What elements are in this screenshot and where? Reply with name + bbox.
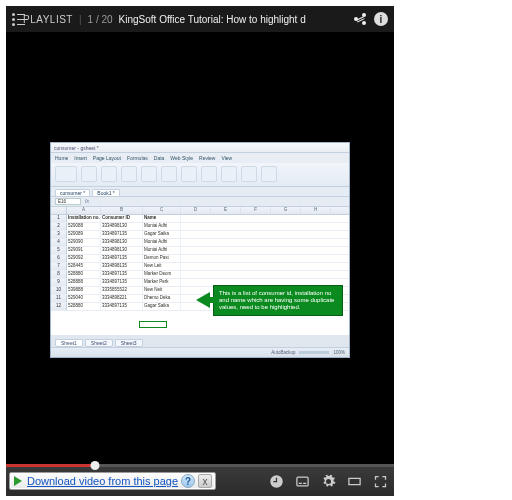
cell: 528880 xyxy=(67,303,101,310)
svg-rect-1 xyxy=(298,483,301,484)
progress-knob[interactable] xyxy=(91,461,100,470)
document-tabs: consumer * Book1 * xyxy=(51,187,349,197)
settings-icon[interactable] xyxy=(320,474,336,490)
playlist-topbar: PLAYLIST | 1 / 20 KingSoft Office Tutori… xyxy=(6,6,394,32)
col-header: B xyxy=(101,207,143,214)
col-header: C xyxy=(143,207,181,214)
theater-icon[interactable] xyxy=(346,474,362,490)
cell: 539888 xyxy=(67,287,101,294)
table-row: 45290903334898130Moniai Adhi xyxy=(51,239,349,247)
share-icon[interactable] xyxy=(354,12,368,26)
col-header: H xyxy=(301,207,331,214)
playlist-icon[interactable] xyxy=(12,13,17,26)
progress-track[interactable] xyxy=(6,464,394,467)
zoom-value: 100% xyxy=(333,350,345,355)
col-header: D xyxy=(181,207,211,214)
name-box: E16 xyxy=(55,198,81,205)
cell: 528880 xyxy=(67,271,101,278)
sheet-tab: Sheet2 xyxy=(85,339,113,347)
sheet-tab: Sheet3 xyxy=(115,339,143,347)
col-header: G xyxy=(271,207,301,214)
cell: Demon Past xyxy=(143,255,181,262)
cell: 528888 xyxy=(67,279,101,286)
ribbon-button xyxy=(161,166,177,182)
status-bar: AutoBackup 100% xyxy=(51,347,349,357)
callout-text: This is a list of consumer id, installat… xyxy=(219,290,334,310)
ribbon-button xyxy=(241,166,257,182)
paste-button xyxy=(55,166,77,182)
fx-icon: fx xyxy=(85,198,89,204)
menu-tabs: Home Insert Page Layout Formulas Data We… xyxy=(51,153,349,161)
spreadsheet-screenshot: consumer - gsheet * Home Insert Page Lay… xyxy=(50,142,350,358)
cell: 3335855522 xyxy=(101,287,143,294)
ribbon-button xyxy=(121,166,137,182)
svg-rect-0 xyxy=(296,477,307,486)
sheet-tab: Sheet1 xyxy=(55,339,83,347)
cell: 529091 xyxy=(67,247,101,254)
cell: 529088 xyxy=(67,223,101,230)
menu-item: Insert xyxy=(74,155,87,161)
doc-tab: consumer * xyxy=(55,189,90,196)
cell: 3334898221 xyxy=(101,295,143,302)
cell: 529040 xyxy=(67,295,101,302)
ribbon-button xyxy=(201,166,217,182)
video-stage[interactable]: consumer - gsheet * Home Insert Page Lay… xyxy=(6,32,394,467)
table-row: 65290923334897135Demon Past xyxy=(51,255,349,263)
download-link[interactable]: Download video from this page xyxy=(27,475,178,487)
cell: 3334897135 xyxy=(101,271,143,278)
col-header: F xyxy=(241,207,271,214)
ribbon-button xyxy=(181,166,197,182)
cell: Installation no. xyxy=(67,215,101,222)
cell: Moniai Adhi xyxy=(143,247,181,254)
cell: New Neit xyxy=(143,287,181,294)
close-icon[interactable]: x xyxy=(198,474,212,488)
cell: New Leit xyxy=(143,263,181,270)
menu-item: Page Layout xyxy=(93,155,121,161)
cell: 3334898130 xyxy=(101,223,143,230)
table-row: 85288803334897135Marker Deom xyxy=(51,271,349,279)
info-icon[interactable]: i xyxy=(374,12,388,26)
play-icon[interactable] xyxy=(12,475,24,487)
spreadsheet-grid: A B C D E F G H 1Installation no.Consume… xyxy=(51,207,349,335)
cell: 3334898135 xyxy=(101,263,143,270)
callout-tooltip: This is a list of consumer id, installat… xyxy=(213,285,343,317)
playlist-label[interactable]: PLAYLIST xyxy=(23,14,73,25)
cell: 3334897135 xyxy=(101,303,143,310)
captions-icon[interactable] xyxy=(294,474,310,490)
menu-item: Review xyxy=(199,155,215,161)
ribbon-button xyxy=(221,166,237,182)
zoom-slider xyxy=(299,351,329,354)
menu-item: Data xyxy=(154,155,165,161)
cell: 3334897135 xyxy=(101,231,143,238)
cell: Moniai Adhi xyxy=(143,239,181,246)
cell: Gagar Saika xyxy=(143,231,181,238)
video-player: PLAYLIST | 1 / 20 KingSoft Office Tutori… xyxy=(6,6,394,496)
ribbon-button xyxy=(141,166,157,182)
separator: | xyxy=(79,14,82,25)
download-banner: Download video from this page ? x xyxy=(9,472,216,490)
table-row: 25290883334898130Moniai Adhi xyxy=(51,223,349,231)
cell: Marker Perk xyxy=(143,279,181,286)
fullscreen-icon[interactable] xyxy=(372,474,388,490)
progress-fill xyxy=(6,464,95,467)
menu-item: Web Style xyxy=(170,155,193,161)
sheet-tabs: Sheet1 Sheet2 Sheet3 xyxy=(55,339,143,347)
cell: 529092 xyxy=(67,255,101,262)
ribbon-button xyxy=(261,166,277,182)
watch-later-icon[interactable] xyxy=(268,474,284,490)
svg-rect-2 xyxy=(303,483,306,484)
menu-item: Formulas xyxy=(127,155,148,161)
ribbon-button xyxy=(81,166,97,182)
cell: Dhemo Deka xyxy=(143,295,181,302)
cell: 3334898130 xyxy=(101,247,143,254)
menu-item: View xyxy=(221,155,232,161)
table-row: 55290913334898130Moniai Adhi xyxy=(51,247,349,255)
col-header: A xyxy=(67,207,101,214)
arrow-icon xyxy=(196,292,210,308)
col-header: E xyxy=(211,207,241,214)
cell: Name xyxy=(143,215,181,222)
cell: 3334897135 xyxy=(101,255,143,262)
help-icon[interactable]: ? xyxy=(181,474,195,488)
svg-rect-3 xyxy=(348,478,359,484)
playlist-count: 1 / 20 xyxy=(88,14,113,25)
